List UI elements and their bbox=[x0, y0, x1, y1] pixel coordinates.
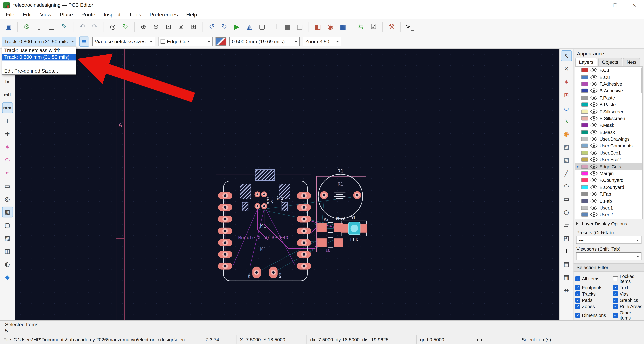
select-area-button[interactable]: ▢ bbox=[256, 21, 268, 33]
units-mils-button[interactable]: mil bbox=[2, 89, 13, 100]
layer-display-options[interactable]: Layer Display Options bbox=[574, 219, 644, 228]
pcb-canvas[interactable]: A bbox=[15, 49, 559, 320]
filter-dimensions[interactable]: ✓Dimensions bbox=[575, 310, 612, 320]
visibility-eye-icon[interactable] bbox=[590, 68, 598, 73]
menu-route[interactable]: Route bbox=[77, 10, 100, 19]
layer-color-swatch[interactable] bbox=[581, 144, 588, 148]
layer-row-b-adhesive[interactable]: B.Adhesive bbox=[575, 87, 642, 94]
local-ratsnest-tool-button[interactable]: ✶ bbox=[561, 76, 572, 87]
filter-tracks[interactable]: ✓Tracks bbox=[575, 291, 612, 296]
plugins-button[interactable]: ⚒ bbox=[386, 21, 398, 33]
layer-color-swatch[interactable] bbox=[581, 96, 588, 100]
track-size-option[interactable]: Track: 0.800 mm (31.50 mils) bbox=[2, 54, 76, 61]
visibility-eye-icon[interactable] bbox=[590, 164, 598, 169]
layer-row-user-eco2[interactable]: User.Eco2 bbox=[575, 156, 642, 163]
filter-text[interactable]: ✓Text bbox=[613, 285, 642, 290]
menu-edit[interactable]: Edit bbox=[18, 10, 36, 19]
checkbox-icon[interactable]: ✓ bbox=[613, 298, 618, 303]
units-inches-button[interactable]: in bbox=[2, 76, 13, 87]
filter-rule-areas[interactable]: ✓Rule Areas bbox=[613, 304, 642, 309]
layer-row-b-courtyard[interactable]: B.Courtyard bbox=[575, 184, 642, 191]
filter-vias[interactable]: ✓Vias bbox=[613, 291, 642, 296]
visibility-eye-icon[interactable] bbox=[590, 130, 598, 135]
layer-row-b-fab[interactable]: B.Fab bbox=[575, 198, 642, 204]
high-contrast-mode-button[interactable]: ◐ bbox=[2, 259, 13, 269]
polygon-tool-button[interactable]: ▱ bbox=[561, 220, 572, 231]
full-window-crosshair-button[interactable]: ✚ bbox=[2, 128, 13, 139]
table-tool-button[interactable]: ▦ bbox=[561, 272, 572, 283]
layer-row-f-mask[interactable]: F.Mask bbox=[575, 122, 642, 129]
checkbox-icon[interactable]: ✓ bbox=[575, 291, 580, 296]
layer-color-swatch[interactable] bbox=[581, 102, 588, 107]
circle-tool-button[interactable]: ○ bbox=[561, 207, 572, 218]
visibility-eye-icon[interactable] bbox=[590, 88, 598, 93]
layer-color-swatch[interactable] bbox=[581, 89, 588, 93]
layer-row-user-drawings[interactable]: User.Drawings bbox=[575, 135, 642, 142]
zoom-dropdown[interactable]: Zoom 3.50 bbox=[303, 37, 341, 46]
layers-scrollbar-thumb[interactable] bbox=[641, 68, 642, 93]
active-layer-dropdown[interactable]: Edge.Cuts bbox=[158, 37, 212, 46]
zone-tool-button[interactable]: ▨ bbox=[561, 141, 572, 152]
lock-button[interactable]: ■ bbox=[281, 21, 293, 33]
checkbox-icon[interactable] bbox=[613, 276, 618, 281]
select-tool-button[interactable]: ↖ bbox=[561, 50, 572, 61]
filter-other-items[interactable]: ✓Other items bbox=[613, 310, 642, 320]
visibility-eye-icon[interactable] bbox=[590, 171, 598, 176]
menu-view[interactable]: View bbox=[36, 10, 56, 19]
visibility-eye-icon[interactable] bbox=[590, 150, 598, 155]
menu-place[interactable]: Place bbox=[56, 10, 77, 19]
layer-row-user-2[interactable]: User.2 bbox=[575, 211, 642, 218]
layer-color-swatch[interactable] bbox=[581, 213, 588, 217]
highlight-net-tool-button[interactable]: ✕ bbox=[561, 63, 572, 74]
visibility-eye-icon[interactable] bbox=[590, 178, 598, 183]
place-footprint-tool-button[interactable]: ⊞ bbox=[561, 89, 572, 100]
visibility-eye-icon[interactable] bbox=[590, 192, 598, 197]
layer-color-swatch[interactable] bbox=[581, 157, 588, 162]
print-button[interactable]: ▥ bbox=[46, 21, 57, 33]
zoom-selection-button[interactable]: ⊞ bbox=[188, 21, 200, 33]
curved-ratsnest-button[interactable]: ◠ bbox=[2, 154, 13, 165]
tab-nets[interactable]: Nets bbox=[623, 58, 640, 66]
find-button[interactable]: ◎ bbox=[107, 21, 118, 33]
menu-help[interactable]: Help bbox=[182, 10, 201, 19]
zone-outline-display-button[interactable]: ▢ bbox=[2, 220, 13, 231]
undo-button[interactable]: ↶ bbox=[76, 21, 88, 33]
checkbox-icon[interactable]: ✓ bbox=[575, 313, 580, 318]
page-settings-button[interactable]: ▯ bbox=[33, 21, 45, 33]
filter-zones[interactable]: ✓Zones bbox=[575, 304, 612, 309]
via-display-mode-button[interactable]: ◎ bbox=[2, 194, 13, 204]
visibility-eye-icon[interactable] bbox=[590, 95, 598, 100]
layer-row-edge-cuts[interactable]: ▶Edge.Cuts bbox=[575, 163, 642, 170]
visibility-eye-icon[interactable] bbox=[590, 198, 598, 203]
layer-color-swatch[interactable] bbox=[581, 75, 588, 79]
layer-row-f-fab[interactable]: F.Fab bbox=[575, 191, 642, 198]
layer-color-swatch[interactable] bbox=[581, 109, 588, 113]
menu-preferences[interactable]: Preferences bbox=[145, 10, 182, 19]
visibility-eye-icon[interactable] bbox=[590, 205, 598, 210]
visibility-eye-icon[interactable] bbox=[590, 82, 598, 86]
inactive-layer-display-button[interactable]: ◫ bbox=[2, 246, 13, 256]
layer-row-user-eco1[interactable]: User.Eco1 bbox=[575, 149, 642, 156]
group-items-button[interactable]: ❏ bbox=[269, 21, 280, 33]
unlock-button[interactable]: □ bbox=[294, 21, 306, 33]
layer-color-swatch[interactable] bbox=[581, 192, 588, 196]
layer-row-f-adhesive[interactable]: F.Adhesive bbox=[575, 81, 642, 87]
footprint-viewer-button[interactable]: ◉ bbox=[324, 21, 336, 33]
filter-graphics[interactable]: ✓Graphics bbox=[613, 298, 642, 303]
textbox-tool-button[interactable]: ▤ bbox=[561, 259, 572, 269]
track-size-option[interactable]: Track: use netclass width bbox=[2, 47, 76, 54]
design-rules-check-button[interactable]: ☑ bbox=[368, 21, 380, 33]
track-size-option[interactable]: Edit Pre-defined Sizes... bbox=[2, 67, 76, 74]
zoom-out-button[interactable]: ⊖ bbox=[150, 21, 162, 33]
layer-color-swatch[interactable] bbox=[581, 123, 588, 127]
dimension-tool-button[interactable]: ↔ bbox=[561, 285, 572, 296]
layer-row-b-cu[interactable]: B.Cu bbox=[575, 74, 642, 81]
tab-layers[interactable]: Layers bbox=[575, 58, 597, 66]
update-pcb-from-schematic-button[interactable]: ▶ bbox=[231, 21, 243, 33]
menu-tools[interactable]: Tools bbox=[125, 10, 146, 19]
sync-footprints-button[interactable]: ⇆ bbox=[355, 21, 367, 33]
menu-file[interactable]: File bbox=[2, 10, 18, 19]
visibility-eye-icon[interactable] bbox=[590, 109, 598, 114]
layer-color-swatch[interactable] bbox=[581, 206, 588, 210]
net-highlight-button[interactable]: ≈ bbox=[2, 167, 13, 179]
